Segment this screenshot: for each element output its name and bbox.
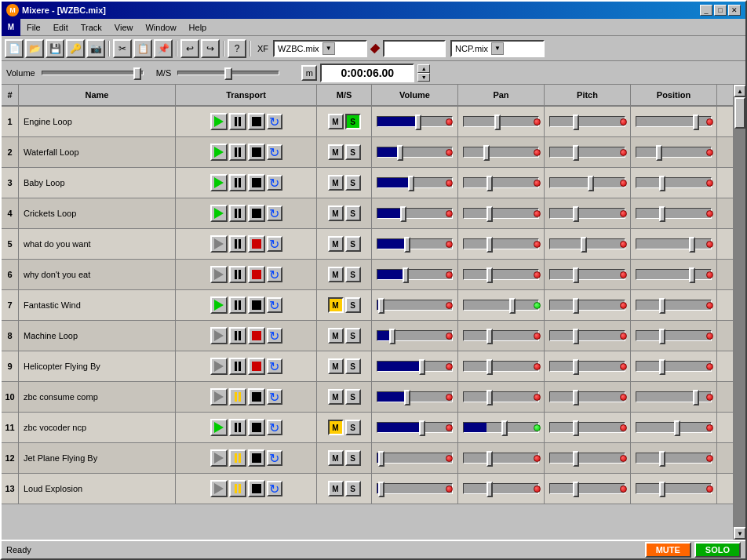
redo-button[interactable]: ↪ — [201, 39, 220, 58]
mute-toggle[interactable]: M — [328, 144, 344, 160]
pitch-control[interactable] — [546, 292, 629, 318]
pitch-control[interactable] — [546, 261, 629, 288]
volume-thumb[interactable] — [408, 176, 414, 191]
mute-toggle[interactable]: M — [328, 205, 344, 221]
play-button[interactable] — [210, 205, 228, 222]
stop-button[interactable] — [248, 358, 265, 375]
stop-button[interactable] — [248, 388, 265, 405]
volume-control[interactable] — [374, 353, 456, 380]
menu-help[interactable]: Help — [183, 20, 213, 35]
position-control[interactable] — [632, 384, 715, 410]
volume-thumb[interactable] — [419, 359, 425, 375]
solo-toggle[interactable]: S — [345, 389, 361, 405]
pitch-slider-track[interactable] — [549, 453, 625, 464]
volume-slider-track[interactable] — [377, 300, 453, 311]
play-button[interactable] — [210, 266, 228, 283]
play-button[interactable] — [210, 480, 228, 497]
pan-thumb[interactable] — [486, 329, 493, 344]
position-slider-track[interactable] — [636, 116, 712, 127]
pause-button[interactable] — [229, 419, 246, 436]
volume-control[interactable] — [374, 169, 456, 196]
solo-toggle[interactable]: S — [345, 175, 361, 191]
solo-toggle[interactable]: S — [345, 236, 361, 252]
pan-thumb[interactable] — [486, 451, 493, 467]
volume-control[interactable] — [374, 200, 456, 227]
pan-thumb[interactable] — [486, 206, 493, 222]
pan-slider-track[interactable] — [463, 116, 539, 127]
mute-button[interactable]: MUTE — [645, 542, 691, 558]
pitch-thumb[interactable] — [581, 237, 587, 253]
pitch-thumb[interactable] — [573, 145, 579, 161]
position-slider-track[interactable] — [636, 422, 712, 433]
stop-button[interactable] — [248, 296, 265, 314]
pitch-slider-track[interactable] — [549, 361, 625, 372]
volume-slider-track[interactable] — [377, 422, 453, 433]
dropdown1-arrow[interactable]: ▼ — [322, 42, 335, 55]
pan-control[interactable] — [460, 139, 542, 165]
pause-button[interactable] — [229, 358, 246, 375]
solo-toggle[interactable]: S — [345, 297, 361, 313]
scroll-track[interactable] — [734, 97, 745, 527]
pause-button[interactable] — [229, 266, 246, 283]
stop-button[interactable] — [248, 449, 265, 467]
volume-control[interactable] — [374, 139, 456, 165]
pitch-slider-track[interactable] — [549, 208, 625, 219]
mute-toggle[interactable]: M — [328, 267, 344, 282]
volume-control[interactable] — [374, 108, 456, 135]
paste-button[interactable]: 📌 — [154, 39, 173, 58]
scroll-down-button[interactable]: ▼ — [734, 527, 745, 540]
volume-control[interactable] — [374, 414, 456, 441]
loop-button[interactable]: ↻ — [267, 205, 282, 221]
pitch-thumb[interactable] — [573, 206, 579, 222]
volume-slider-track[interactable] — [377, 147, 453, 158]
volume-thumb[interactable] — [389, 329, 395, 344]
pause-button[interactable] — [229, 144, 246, 161]
pan-control[interactable] — [460, 445, 542, 471]
pitch-thumb[interactable] — [573, 329, 579, 344]
stop-button[interactable] — [248, 144, 265, 161]
position-thumb[interactable] — [659, 176, 665, 191]
pitch-thumb[interactable] — [573, 359, 579, 375]
pause-button[interactable] — [229, 113, 246, 130]
time-down-button[interactable]: ▼ — [417, 73, 430, 82]
volume-thumb[interactable] — [404, 237, 410, 253]
pan-thumb[interactable] — [486, 482, 493, 497]
volume-control[interactable] — [374, 322, 456, 349]
volume-thumb[interactable] — [415, 115, 421, 130]
pitch-slider-track[interactable] — [549, 116, 625, 127]
pan-control[interactable] — [460, 414, 542, 441]
stop-button[interactable] — [248, 235, 265, 253]
mute-toggle[interactable]: M — [328, 450, 344, 466]
close-button[interactable]: ✕ — [728, 5, 741, 16]
pitch-thumb[interactable] — [573, 482, 579, 497]
mute-toggle[interactable]: M — [328, 297, 344, 313]
scroll-up-button[interactable]: ▲ — [734, 85, 745, 97]
pan-slider-track[interactable] — [463, 147, 539, 158]
play-button[interactable] — [210, 174, 228, 191]
position-slider-track[interactable] — [636, 147, 712, 158]
play-button[interactable] — [210, 388, 228, 405]
play-button[interactable] — [210, 296, 228, 314]
pitch-slider-track[interactable] — [549, 330, 625, 341]
pitch-slider-track[interactable] — [549, 269, 625, 280]
pitch-slider-track[interactable] — [549, 238, 625, 249]
pitch-control[interactable] — [546, 353, 629, 380]
stop-button[interactable] — [248, 205, 265, 222]
solo-toggle[interactable]: S — [345, 328, 361, 344]
pitch-slider-track[interactable] — [549, 147, 625, 158]
stop-button[interactable] — [248, 419, 265, 436]
pan-slider-track[interactable] — [463, 391, 539, 402]
pan-thumb[interactable] — [486, 359, 493, 375]
mute-toggle[interactable]: M — [328, 175, 344, 191]
pan-control[interactable] — [460, 475, 542, 502]
solo-toggle[interactable]: S — [345, 481, 361, 496]
play-button[interactable] — [210, 113, 228, 130]
pan-slider-track[interactable] — [463, 269, 539, 280]
play-button[interactable] — [210, 449, 228, 467]
position-control[interactable] — [632, 445, 715, 471]
volume-control[interactable] — [374, 384, 456, 410]
position-slider-track[interactable] — [636, 391, 712, 402]
xf-dropdown2[interactable]: NCP.mix ▼ — [450, 40, 545, 57]
ms-slider[interactable] — [177, 71, 279, 75]
pause-button[interactable] — [229, 388, 246, 405]
